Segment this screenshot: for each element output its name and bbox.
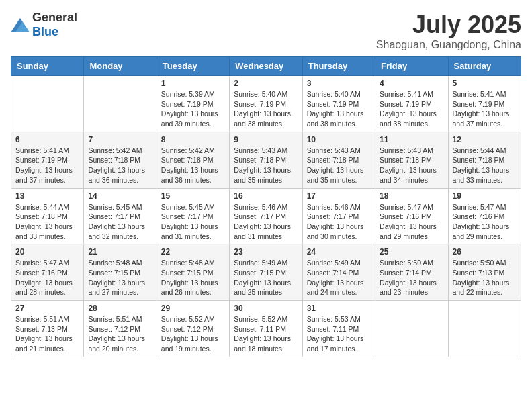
calendar-header-cell: Wednesday	[230, 57, 302, 76]
calendar-day-cell: 19Sunrise: 5:47 AM Sunset: 7:16 PM Dayli…	[448, 188, 521, 244]
logo-general: General	[32, 11, 77, 24]
calendar-day-cell	[375, 301, 448, 357]
day-number: 3	[307, 79, 371, 88]
day-info: Sunrise: 5:51 AM Sunset: 7:13 PM Dayligh…	[15, 314, 79, 354]
calendar-day-cell: 31Sunrise: 5:53 AM Sunset: 7:11 PM Dayli…	[302, 301, 375, 357]
day-number: 27	[15, 304, 79, 313]
calendar-week-row: 13Sunrise: 5:44 AM Sunset: 7:18 PM Dayli…	[11, 188, 521, 244]
day-number: 15	[161, 191, 225, 201]
logo-icon	[11, 18, 30, 32]
calendar-day-cell	[448, 301, 521, 357]
calendar-week-row: 27Sunrise: 5:51 AM Sunset: 7:13 PM Dayli…	[11, 301, 521, 357]
day-number: 20	[15, 247, 79, 257]
day-info: Sunrise: 5:44 AM Sunset: 7:18 PM Dayligh…	[453, 146, 517, 185]
day-info: Sunrise: 5:52 AM Sunset: 7:12 PM Dayligh…	[161, 314, 225, 354]
day-number: 21	[88, 247, 152, 257]
calendar-week-row: 20Sunrise: 5:47 AM Sunset: 7:16 PM Dayli…	[11, 244, 521, 301]
day-number: 8	[161, 135, 225, 144]
day-info: Sunrise: 5:48 AM Sunset: 7:15 PM Dayligh…	[88, 258, 152, 298]
day-number: 29	[161, 304, 225, 313]
calendar-day-cell	[11, 76, 84, 132]
calendar-body: 1Sunrise: 5:39 AM Sunset: 7:19 PM Daylig…	[11, 76, 521, 357]
calendar-day-cell: 17Sunrise: 5:46 AM Sunset: 7:17 PM Dayli…	[302, 188, 375, 244]
title-area: July 2025 Shaoguan, Guangdong, China	[376, 11, 521, 51]
calendar-day-cell: 4Sunrise: 5:41 AM Sunset: 7:19 PM Daylig…	[375, 76, 448, 132]
location-title: Shaoguan, Guangdong, China	[376, 39, 521, 51]
calendar-day-cell: 14Sunrise: 5:45 AM Sunset: 7:17 PM Dayli…	[84, 188, 157, 244]
day-number: 10	[307, 135, 371, 144]
day-number: 4	[380, 79, 443, 88]
calendar-day-cell: 9Sunrise: 5:43 AM Sunset: 7:18 PM Daylig…	[230, 132, 302, 188]
header: General Blue July 2025 Shaoguan, Guangdo…	[11, 11, 521, 51]
calendar-header-cell: Friday	[375, 57, 448, 76]
day-number: 17	[307, 191, 371, 201]
day-info: Sunrise: 5:50 AM Sunset: 7:14 PM Dayligh…	[380, 258, 443, 298]
day-number: 2	[234, 79, 298, 88]
day-number: 6	[15, 135, 79, 144]
calendar-day-cell: 25Sunrise: 5:50 AM Sunset: 7:14 PM Dayli…	[375, 244, 448, 301]
calendar-day-cell: 11Sunrise: 5:43 AM Sunset: 7:18 PM Dayli…	[375, 132, 448, 188]
calendar-day-cell	[84, 76, 157, 132]
day-number: 11	[380, 135, 443, 144]
day-info: Sunrise: 5:47 AM Sunset: 7:16 PM Dayligh…	[453, 202, 517, 242]
calendar-header-row: SundayMondayTuesdayWednesdayThursdayFrid…	[11, 57, 521, 76]
calendar-day-cell: 15Sunrise: 5:45 AM Sunset: 7:17 PM Dayli…	[157, 188, 229, 244]
day-info: Sunrise: 5:47 AM Sunset: 7:16 PM Dayligh…	[380, 202, 443, 242]
day-info: Sunrise: 5:41 AM Sunset: 7:19 PM Dayligh…	[15, 146, 79, 185]
calendar-day-cell: 12Sunrise: 5:44 AM Sunset: 7:18 PM Dayli…	[448, 132, 521, 188]
day-number: 9	[234, 135, 298, 144]
day-info: Sunrise: 5:46 AM Sunset: 7:17 PM Dayligh…	[307, 202, 371, 242]
calendar-day-cell: 29Sunrise: 5:52 AM Sunset: 7:12 PM Dayli…	[157, 301, 229, 357]
calendar-day-cell: 7Sunrise: 5:42 AM Sunset: 7:18 PM Daylig…	[84, 132, 157, 188]
calendar-day-cell: 30Sunrise: 5:52 AM Sunset: 7:11 PM Dayli…	[230, 301, 302, 357]
calendar-day-cell: 10Sunrise: 5:43 AM Sunset: 7:18 PM Dayli…	[302, 132, 375, 188]
calendar-day-cell: 20Sunrise: 5:47 AM Sunset: 7:16 PM Dayli…	[11, 244, 84, 301]
calendar-day-cell: 3Sunrise: 5:40 AM Sunset: 7:19 PM Daylig…	[302, 76, 375, 132]
day-info: Sunrise: 5:45 AM Sunset: 7:17 PM Dayligh…	[88, 202, 152, 242]
day-number: 13	[15, 191, 79, 201]
day-info: Sunrise: 5:40 AM Sunset: 7:19 PM Dayligh…	[234, 89, 298, 129]
logo-text: General Blue	[32, 11, 77, 39]
day-number: 18	[380, 191, 443, 201]
day-number: 16	[234, 191, 298, 201]
day-info: Sunrise: 5:43 AM Sunset: 7:18 PM Dayligh…	[380, 146, 443, 185]
day-number: 5	[453, 79, 517, 88]
day-number: 25	[380, 247, 443, 257]
calendar-day-cell: 5Sunrise: 5:41 AM Sunset: 7:19 PM Daylig…	[448, 76, 521, 132]
day-number: 28	[88, 304, 152, 313]
day-info: Sunrise: 5:51 AM Sunset: 7:12 PM Dayligh…	[88, 314, 152, 354]
calendar-header-cell: Tuesday	[157, 57, 229, 76]
calendar-day-cell: 21Sunrise: 5:48 AM Sunset: 7:15 PM Dayli…	[84, 244, 157, 301]
day-info: Sunrise: 5:50 AM Sunset: 7:13 PM Dayligh…	[453, 258, 517, 298]
day-info: Sunrise: 5:41 AM Sunset: 7:19 PM Dayligh…	[380, 89, 443, 129]
day-number: 7	[88, 135, 152, 144]
logo: General Blue	[11, 11, 77, 39]
day-info: Sunrise: 5:46 AM Sunset: 7:17 PM Dayligh…	[234, 202, 298, 242]
calendar-header-cell: Saturday	[448, 57, 521, 76]
day-info: Sunrise: 5:43 AM Sunset: 7:18 PM Dayligh…	[307, 146, 371, 185]
calendar-header-cell: Monday	[84, 57, 157, 76]
day-info: Sunrise: 5:49 AM Sunset: 7:14 PM Dayligh…	[307, 258, 371, 298]
day-info: Sunrise: 5:39 AM Sunset: 7:19 PM Dayligh…	[161, 89, 225, 129]
day-info: Sunrise: 5:53 AM Sunset: 7:11 PM Dayligh…	[307, 314, 371, 354]
day-info: Sunrise: 5:48 AM Sunset: 7:15 PM Dayligh…	[161, 258, 225, 298]
logo-blue: Blue	[32, 25, 58, 38]
day-number: 1	[161, 79, 225, 88]
calendar-day-cell: 27Sunrise: 5:51 AM Sunset: 7:13 PM Dayli…	[11, 301, 84, 357]
day-info: Sunrise: 5:42 AM Sunset: 7:18 PM Dayligh…	[161, 146, 225, 185]
day-number: 14	[88, 191, 152, 201]
day-info: Sunrise: 5:40 AM Sunset: 7:19 PM Dayligh…	[307, 89, 371, 129]
calendar-day-cell: 8Sunrise: 5:42 AM Sunset: 7:18 PM Daylig…	[157, 132, 229, 188]
day-number: 26	[453, 247, 517, 257]
calendar-day-cell: 16Sunrise: 5:46 AM Sunset: 7:17 PM Dayli…	[230, 188, 302, 244]
day-number: 31	[307, 304, 371, 313]
calendar-day-cell: 28Sunrise: 5:51 AM Sunset: 7:12 PM Dayli…	[84, 301, 157, 357]
day-number: 22	[161, 247, 225, 257]
calendar-day-cell: 13Sunrise: 5:44 AM Sunset: 7:18 PM Dayli…	[11, 188, 84, 244]
calendar-day-cell: 23Sunrise: 5:49 AM Sunset: 7:15 PM Dayli…	[230, 244, 302, 301]
day-number: 30	[234, 304, 298, 313]
calendar-header-cell: Thursday	[302, 57, 375, 76]
calendar-day-cell: 2Sunrise: 5:40 AM Sunset: 7:19 PM Daylig…	[230, 76, 302, 132]
day-info: Sunrise: 5:52 AM Sunset: 7:11 PM Dayligh…	[234, 314, 298, 354]
calendar-day-cell: 1Sunrise: 5:39 AM Sunset: 7:19 PM Daylig…	[157, 76, 229, 132]
